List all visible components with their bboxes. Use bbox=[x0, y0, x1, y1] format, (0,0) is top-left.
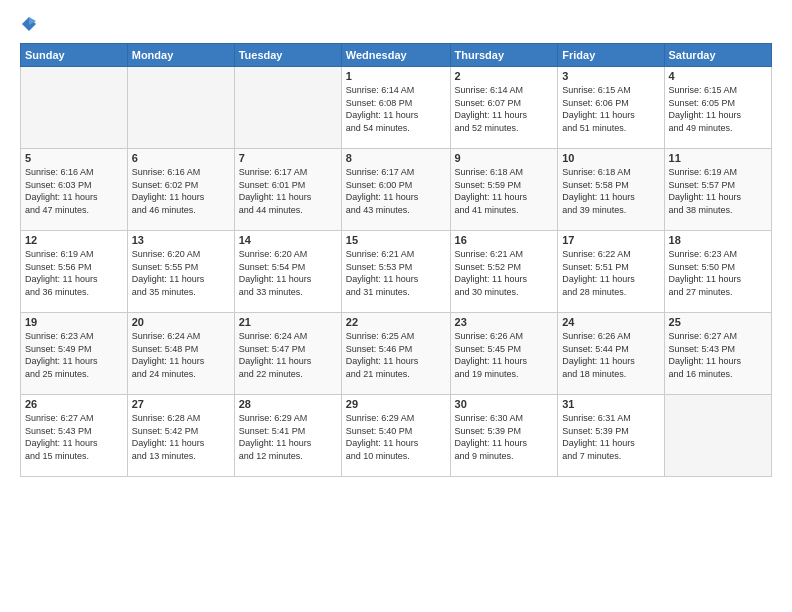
day-info: Sunrise: 6:17 AM Sunset: 6:00 PM Dayligh… bbox=[346, 166, 446, 216]
day-cell bbox=[127, 67, 234, 149]
day-number: 20 bbox=[132, 316, 230, 328]
week-row-1: 1Sunrise: 6:14 AM Sunset: 6:08 PM Daylig… bbox=[21, 67, 772, 149]
day-number: 24 bbox=[562, 316, 659, 328]
day-number: 27 bbox=[132, 398, 230, 410]
day-info: Sunrise: 6:23 AM Sunset: 5:49 PM Dayligh… bbox=[25, 330, 123, 380]
day-cell: 2Sunrise: 6:14 AM Sunset: 6:07 PM Daylig… bbox=[450, 67, 558, 149]
day-cell bbox=[21, 67, 128, 149]
day-number: 28 bbox=[239, 398, 337, 410]
day-cell: 21Sunrise: 6:24 AM Sunset: 5:47 PM Dayli… bbox=[234, 313, 341, 395]
day-cell: 22Sunrise: 6:25 AM Sunset: 5:46 PM Dayli… bbox=[341, 313, 450, 395]
day-number: 6 bbox=[132, 152, 230, 164]
day-number: 10 bbox=[562, 152, 659, 164]
day-info: Sunrise: 6:28 AM Sunset: 5:42 PM Dayligh… bbox=[132, 412, 230, 462]
week-row-5: 26Sunrise: 6:27 AM Sunset: 5:43 PM Dayli… bbox=[21, 395, 772, 477]
day-number: 5 bbox=[25, 152, 123, 164]
day-info: Sunrise: 6:21 AM Sunset: 5:53 PM Dayligh… bbox=[346, 248, 446, 298]
day-cell bbox=[664, 395, 771, 477]
day-number: 2 bbox=[455, 70, 554, 82]
page: SundayMondayTuesdayWednesdayThursdayFrid… bbox=[0, 0, 792, 612]
day-cell: 18Sunrise: 6:23 AM Sunset: 5:50 PM Dayli… bbox=[664, 231, 771, 313]
day-cell: 25Sunrise: 6:27 AM Sunset: 5:43 PM Dayli… bbox=[664, 313, 771, 395]
day-number: 1 bbox=[346, 70, 446, 82]
day-number: 19 bbox=[25, 316, 123, 328]
day-cell: 14Sunrise: 6:20 AM Sunset: 5:54 PM Dayli… bbox=[234, 231, 341, 313]
day-cell: 11Sunrise: 6:19 AM Sunset: 5:57 PM Dayli… bbox=[664, 149, 771, 231]
day-number: 25 bbox=[669, 316, 767, 328]
day-info: Sunrise: 6:24 AM Sunset: 5:47 PM Dayligh… bbox=[239, 330, 337, 380]
day-number: 12 bbox=[25, 234, 123, 246]
day-info: Sunrise: 6:27 AM Sunset: 5:43 PM Dayligh… bbox=[25, 412, 123, 462]
day-info: Sunrise: 6:31 AM Sunset: 5:39 PM Dayligh… bbox=[562, 412, 659, 462]
day-cell: 17Sunrise: 6:22 AM Sunset: 5:51 PM Dayli… bbox=[558, 231, 664, 313]
week-row-4: 19Sunrise: 6:23 AM Sunset: 5:49 PM Dayli… bbox=[21, 313, 772, 395]
day-cell: 31Sunrise: 6:31 AM Sunset: 5:39 PM Dayli… bbox=[558, 395, 664, 477]
week-row-2: 5Sunrise: 6:16 AM Sunset: 6:03 PM Daylig… bbox=[21, 149, 772, 231]
day-number: 29 bbox=[346, 398, 446, 410]
header bbox=[20, 15, 772, 33]
day-number: 18 bbox=[669, 234, 767, 246]
day-number: 9 bbox=[455, 152, 554, 164]
weekday-header-row: SundayMondayTuesdayWednesdayThursdayFrid… bbox=[21, 44, 772, 67]
day-number: 26 bbox=[25, 398, 123, 410]
day-info: Sunrise: 6:21 AM Sunset: 5:52 PM Dayligh… bbox=[455, 248, 554, 298]
day-cell: 19Sunrise: 6:23 AM Sunset: 5:49 PM Dayli… bbox=[21, 313, 128, 395]
day-cell: 13Sunrise: 6:20 AM Sunset: 5:55 PM Dayli… bbox=[127, 231, 234, 313]
day-cell: 20Sunrise: 6:24 AM Sunset: 5:48 PM Dayli… bbox=[127, 313, 234, 395]
weekday-header-monday: Monday bbox=[127, 44, 234, 67]
day-cell: 4Sunrise: 6:15 AM Sunset: 6:05 PM Daylig… bbox=[664, 67, 771, 149]
day-cell: 6Sunrise: 6:16 AM Sunset: 6:02 PM Daylig… bbox=[127, 149, 234, 231]
day-cell: 16Sunrise: 6:21 AM Sunset: 5:52 PM Dayli… bbox=[450, 231, 558, 313]
day-cell: 28Sunrise: 6:29 AM Sunset: 5:41 PM Dayli… bbox=[234, 395, 341, 477]
day-info: Sunrise: 6:16 AM Sunset: 6:02 PM Dayligh… bbox=[132, 166, 230, 216]
day-number: 4 bbox=[669, 70, 767, 82]
day-number: 7 bbox=[239, 152, 337, 164]
day-cell: 12Sunrise: 6:19 AM Sunset: 5:56 PM Dayli… bbox=[21, 231, 128, 313]
day-info: Sunrise: 6:15 AM Sunset: 6:05 PM Dayligh… bbox=[669, 84, 767, 134]
day-info: Sunrise: 6:18 AM Sunset: 5:58 PM Dayligh… bbox=[562, 166, 659, 216]
day-cell: 8Sunrise: 6:17 AM Sunset: 6:00 PM Daylig… bbox=[341, 149, 450, 231]
day-cell bbox=[234, 67, 341, 149]
weekday-header-saturday: Saturday bbox=[664, 44, 771, 67]
logo-icon bbox=[20, 15, 38, 33]
day-info: Sunrise: 6:26 AM Sunset: 5:44 PM Dayligh… bbox=[562, 330, 659, 380]
logo bbox=[20, 15, 42, 33]
day-number: 31 bbox=[562, 398, 659, 410]
day-info: Sunrise: 6:29 AM Sunset: 5:40 PM Dayligh… bbox=[346, 412, 446, 462]
day-info: Sunrise: 6:14 AM Sunset: 6:07 PM Dayligh… bbox=[455, 84, 554, 134]
day-number: 13 bbox=[132, 234, 230, 246]
day-info: Sunrise: 6:19 AM Sunset: 5:57 PM Dayligh… bbox=[669, 166, 767, 216]
day-cell: 9Sunrise: 6:18 AM Sunset: 5:59 PM Daylig… bbox=[450, 149, 558, 231]
day-cell: 23Sunrise: 6:26 AM Sunset: 5:45 PM Dayli… bbox=[450, 313, 558, 395]
day-number: 15 bbox=[346, 234, 446, 246]
day-cell: 5Sunrise: 6:16 AM Sunset: 6:03 PM Daylig… bbox=[21, 149, 128, 231]
day-number: 3 bbox=[562, 70, 659, 82]
calendar-table: SundayMondayTuesdayWednesdayThursdayFrid… bbox=[20, 43, 772, 477]
day-info: Sunrise: 6:24 AM Sunset: 5:48 PM Dayligh… bbox=[132, 330, 230, 380]
day-cell: 29Sunrise: 6:29 AM Sunset: 5:40 PM Dayli… bbox=[341, 395, 450, 477]
day-info: Sunrise: 6:22 AM Sunset: 5:51 PM Dayligh… bbox=[562, 248, 659, 298]
day-number: 17 bbox=[562, 234, 659, 246]
day-cell: 24Sunrise: 6:26 AM Sunset: 5:44 PM Dayli… bbox=[558, 313, 664, 395]
day-cell: 7Sunrise: 6:17 AM Sunset: 6:01 PM Daylig… bbox=[234, 149, 341, 231]
day-info: Sunrise: 6:30 AM Sunset: 5:39 PM Dayligh… bbox=[455, 412, 554, 462]
day-number: 16 bbox=[455, 234, 554, 246]
day-cell: 26Sunrise: 6:27 AM Sunset: 5:43 PM Dayli… bbox=[21, 395, 128, 477]
day-number: 22 bbox=[346, 316, 446, 328]
day-info: Sunrise: 6:29 AM Sunset: 5:41 PM Dayligh… bbox=[239, 412, 337, 462]
day-info: Sunrise: 6:25 AM Sunset: 5:46 PM Dayligh… bbox=[346, 330, 446, 380]
day-info: Sunrise: 6:14 AM Sunset: 6:08 PM Dayligh… bbox=[346, 84, 446, 134]
day-info: Sunrise: 6:16 AM Sunset: 6:03 PM Dayligh… bbox=[25, 166, 123, 216]
day-cell: 10Sunrise: 6:18 AM Sunset: 5:58 PM Dayli… bbox=[558, 149, 664, 231]
day-info: Sunrise: 6:20 AM Sunset: 5:54 PM Dayligh… bbox=[239, 248, 337, 298]
day-cell: 1Sunrise: 6:14 AM Sunset: 6:08 PM Daylig… bbox=[341, 67, 450, 149]
weekday-header-sunday: Sunday bbox=[21, 44, 128, 67]
day-cell: 30Sunrise: 6:30 AM Sunset: 5:39 PM Dayli… bbox=[450, 395, 558, 477]
day-cell: 15Sunrise: 6:21 AM Sunset: 5:53 PM Dayli… bbox=[341, 231, 450, 313]
day-cell: 27Sunrise: 6:28 AM Sunset: 5:42 PM Dayli… bbox=[127, 395, 234, 477]
weekday-header-tuesday: Tuesday bbox=[234, 44, 341, 67]
day-info: Sunrise: 6:19 AM Sunset: 5:56 PM Dayligh… bbox=[25, 248, 123, 298]
day-info: Sunrise: 6:26 AM Sunset: 5:45 PM Dayligh… bbox=[455, 330, 554, 380]
weekday-header-thursday: Thursday bbox=[450, 44, 558, 67]
day-number: 21 bbox=[239, 316, 337, 328]
